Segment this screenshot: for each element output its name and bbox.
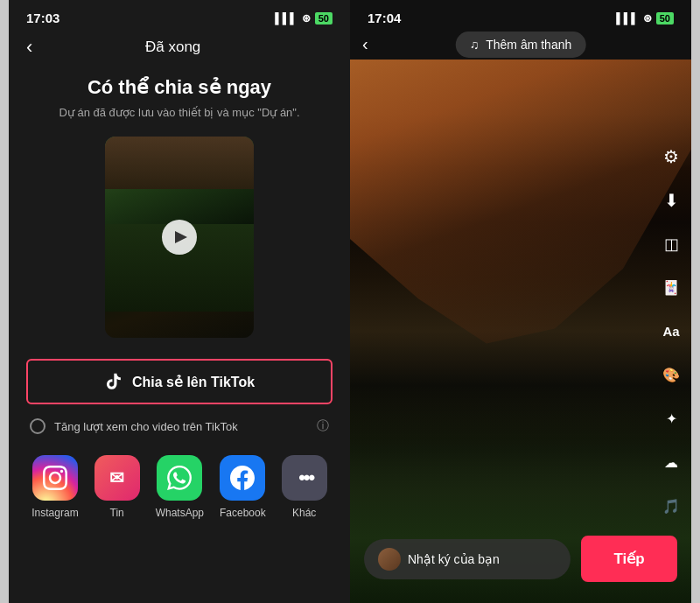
- tiktok-logo-icon: [104, 372, 123, 391]
- sticker-icon[interactable]: ✦: [658, 406, 684, 432]
- wifi-icon-right: ⊛: [643, 12, 652, 25]
- diary-avatar: [378, 548, 401, 571]
- add-audio-label: Thêm âm thanh: [486, 38, 571, 52]
- signal-icon-left: ▌▌▌: [275, 12, 298, 25]
- instagram-icon[interactable]: [32, 455, 78, 501]
- download-icon[interactable]: ⬇: [658, 187, 684, 214]
- nav-bar-left: ‹ Đã xong: [9, 32, 350, 67]
- share-subtitle: Dự án đã được lưu vào thiết bị và mục "D…: [59, 106, 299, 119]
- done-label: Đã xong: [145, 39, 200, 56]
- battery-left: 50: [315, 12, 332, 25]
- whatsapp-label: WhatsApp: [156, 507, 204, 519]
- audio-icon[interactable]: 🎵: [658, 494, 684, 520]
- tiktok-button-label: Chia sẻ lên TikTok: [132, 374, 255, 390]
- signal-icon-right: ▌▌▌: [616, 12, 639, 25]
- share-title: Có thể chia sẻ ngay: [88, 76, 271, 99]
- facebook-icon[interactable]: [220, 455, 265, 501]
- facebook-label: Facebook: [220, 507, 266, 519]
- more-label: Khác: [292, 507, 316, 519]
- wifi-icon-left: ⊛: [302, 12, 311, 25]
- tin-icon[interactable]: ✉: [94, 455, 140, 501]
- tiktok-share-button[interactable]: Chia sẻ lên TikTok: [26, 359, 332, 404]
- more-icon[interactable]: •••: [282, 455, 327, 501]
- settings-icon[interactable]: ⚙: [658, 144, 684, 170]
- filter-icon[interactable]: ☁: [658, 450, 684, 476]
- video-preview[interactable]: [105, 137, 254, 338]
- tin-label: Tin: [110, 507, 124, 519]
- boost-text: Tăng lượt xem cho video trên TikTok: [54, 420, 238, 433]
- card-icon[interactable]: 🃏: [658, 275, 684, 301]
- left-phone: 17:03 ▌▌▌ ⊛ 50 ‹ Đã xong Có thể chia sẻ …: [9, 0, 350, 603]
- back-button-right[interactable]: ‹: [362, 34, 368, 54]
- next-button[interactable]: Tiếp: [581, 536, 677, 582]
- play-button[interactable]: [162, 220, 197, 255]
- app-item-facebook[interactable]: Facebook: [220, 455, 266, 519]
- play-triangle-icon: [175, 231, 187, 243]
- text-icon[interactable]: Aa: [658, 319, 684, 345]
- time-right: 17:04: [368, 11, 401, 25]
- bottom-bar: Nhật ký của bạn Tiếp: [350, 525, 691, 603]
- info-icon[interactable]: ⓘ: [317, 418, 329, 434]
- music-note-icon: ♫: [470, 38, 480, 52]
- app-item-more[interactable]: ••• Khác: [282, 455, 327, 519]
- battery-right: 50: [656, 12, 674, 25]
- app-item-whatsapp[interactable]: WhatsApp: [156, 455, 204, 519]
- capcut-nav: ‹ ♫ Thêm âm thanh: [350, 31, 691, 60]
- instagram-label: Instagram: [32, 507, 78, 519]
- aspect-ratio-icon[interactable]: ◫: [658, 231, 684, 257]
- effects-icon[interactable]: 🎨: [658, 362, 684, 389]
- diary-label: Nhật ký của bạn: [408, 552, 500, 566]
- share-apps-row: Instagram ✉ Tin WhatsApp: [26, 455, 332, 519]
- video-area: ⚙ ⬇ ◫ 🃏 Aa 🎨 ✦ ☁ 🎵 Nhật ký của bạn Tiếp: [350, 60, 691, 603]
- boost-radio[interactable]: [30, 418, 46, 434]
- status-bar-right: 17:04 ▌▌▌ ⊛ 50: [350, 0, 691, 31]
- content-left: Có thể chia sẻ ngay Dự án đã được lưu và…: [9, 67, 350, 603]
- time-left: 17:03: [26, 11, 60, 25]
- status-bar-left: 17:03 ▌▌▌ ⊛ 50: [9, 0, 350, 32]
- app-item-instagram[interactable]: Instagram: [32, 455, 78, 519]
- right-toolbar: ⚙ ⬇ ◫ 🃏 Aa 🎨 ✦ ☁ 🎵: [658, 144, 684, 520]
- right-phone: 17:04 ▌▌▌ ⊛ 50 ‹ ♫ Thêm âm thanh ⚙ ⬇: [350, 0, 691, 603]
- diary-button[interactable]: Nhật ký của bạn: [364, 539, 570, 579]
- add-audio-button[interactable]: ♫ Thêm âm thanh: [456, 32, 586, 58]
- boost-row: Tăng lượt xem cho video trên TikTok ⓘ: [26, 418, 332, 434]
- back-button-left[interactable]: ‹: [26, 36, 32, 59]
- whatsapp-icon[interactable]: [157, 455, 202, 501]
- app-item-tin[interactable]: ✉ Tin: [94, 455, 140, 519]
